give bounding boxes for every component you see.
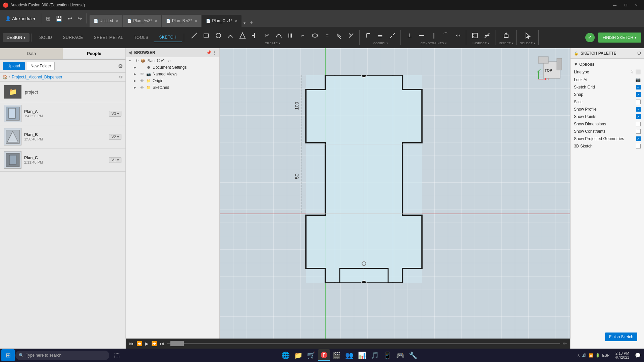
trim-tool[interactable] — [346, 30, 357, 41]
taskbar-store[interactable]: 🛒 — [305, 349, 317, 361]
plan-item-c[interactable]: Plan_C 2:11:40 PM V1 ▾ — [0, 148, 125, 172]
taskbar-edge[interactable]: 🌐 — [280, 349, 292, 361]
polygon-tool[interactable] — [237, 30, 248, 41]
snap-checkbox[interactable]: ✓ — [636, 92, 641, 97]
redo-button[interactable]: ↪ — [75, 14, 84, 23]
plan-item-b[interactable]: Plan_B 1:56:46 PM V2 ▾ — [0, 125, 125, 148]
grid-view-button[interactable]: ⊞ — [44, 14, 52, 23]
rectangle-tool[interactable] — [201, 30, 212, 41]
taskbar-battery-icon[interactable]: 🔋 — [595, 353, 600, 358]
taskbar-app7[interactable]: 🎵 — [369, 349, 381, 361]
origin-vis[interactable]: 👁 — [139, 79, 145, 83]
parallel-constraint[interactable]: ‖ — [428, 30, 439, 41]
browser-named-views[interactable]: ▶ 👁 📷 Named Views — [126, 71, 219, 77]
coincident-tool[interactable]: ⊥ — [404, 30, 415, 41]
circle-tool[interactable] — [213, 30, 224, 41]
arc-tool[interactable] — [225, 30, 236, 41]
line-tool[interactable] — [189, 30, 200, 41]
taskbar-expand-icon[interactable]: ∧ — [577, 353, 580, 358]
view-cube[interactable]: TOP X Z — [537, 55, 564, 82]
tangent-tool[interactable]: ⌒ — [440, 30, 451, 41]
browser-origin[interactable]: ▶ 👁 📁 Origin — [126, 77, 219, 84]
fillet-tool[interactable] — [363, 30, 374, 41]
measure-tool[interactable] — [470, 30, 480, 41]
taskbar-app9[interactable]: 🎮 — [394, 349, 407, 361]
parallel-tool[interactable] — [334, 30, 344, 41]
plan-version-a[interactable]: V3 ▾ — [109, 111, 121, 117]
tab-add-button[interactable]: + — [247, 18, 255, 27]
sketch-grid-checkbox[interactable]: ✓ — [636, 85, 641, 89]
playback-next[interactable]: ⏩ — [151, 341, 157, 346]
taskbar-media[interactable]: 🎬 — [331, 349, 343, 361]
start-button[interactable]: ⊞ — [1, 349, 15, 361]
taskbar-search[interactable]: 🔍 Type here to search — [15, 351, 109, 360]
sidebar-tab-people[interactable]: People — [63, 48, 125, 59]
show-points-checkbox[interactable]: ✓ — [636, 114, 641, 119]
offset-tool[interactable] — [375, 30, 386, 41]
breadcrumb-settings-icon[interactable]: ⚙ — [119, 75, 123, 79]
tab-close-planb[interactable]: ✕ — [195, 19, 197, 23]
named-views-arrow[interactable]: ▶ — [134, 72, 138, 76]
breadcrumb-home[interactable]: 🏠 — [3, 75, 8, 79]
section-tool[interactable] — [482, 30, 492, 41]
doc-expand-arrow[interactable]: ▶ — [134, 66, 138, 69]
minimize-button[interactable]: — — [610, 2, 620, 8]
taskbar-app10[interactable]: 🔧 — [407, 349, 419, 361]
design-button[interactable]: DESIGN ▾ — [3, 33, 30, 42]
break-tool[interactable] — [387, 30, 398, 41]
sidebar-settings-icon[interactable]: ⚙ — [118, 63, 123, 69]
taskbar-fusion[interactable]: F — [318, 349, 330, 361]
playback-prev[interactable]: ⏪ — [137, 341, 142, 346]
palette-section-options[interactable]: ▼ Options — [574, 61, 641, 68]
tab-close-planc[interactable]: ✕ — [235, 19, 237, 23]
3d-sketch-checkbox[interactable] — [636, 144, 641, 148]
tab-close-untitled[interactable]: ✕ — [116, 19, 118, 23]
curve-tool[interactable] — [273, 30, 284, 41]
show-dimensions-checkbox[interactable] — [636, 122, 641, 126]
sketches-vis[interactable]: 👁 — [139, 85, 145, 89]
taskbar-teams[interactable]: 👥 — [343, 349, 356, 361]
new-folder-button[interactable]: New Folder — [27, 62, 55, 70]
browser-doc-settings[interactable]: ▶ ⚙ Document Settings — [126, 64, 219, 71]
browser-menu-icon[interactable]: ⋮ — [213, 50, 217, 55]
extend-tool[interactable] — [249, 30, 260, 41]
equals-tool[interactable]: = — [322, 30, 332, 41]
taskbar-network-icon[interactable]: 📶 — [589, 353, 593, 358]
taskbar-volume-icon[interactable]: 🔊 — [582, 353, 587, 358]
close-button[interactable]: ✕ — [631, 2, 641, 8]
collinear-tool[interactable] — [416, 30, 427, 41]
notification-button[interactable]: 💬 — [633, 350, 643, 360]
tab-plan-av3[interactable]: 📄 Plan_Av3* ✕ — [123, 15, 161, 27]
select-tool[interactable] — [522, 30, 533, 41]
show-constraints-checkbox[interactable] — [636, 129, 641, 134]
slice-checkbox[interactable] — [636, 100, 641, 104]
symmetric-tool[interactable]: ⇔ — [452, 30, 463, 41]
breadcrumb-project[interactable]: Project1_Alcohol_Dispenser — [12, 75, 62, 79]
linetype-icon2[interactable]: ⬜ — [635, 69, 641, 74]
corner-tool[interactable]: ⌐ — [298, 30, 308, 41]
save-button[interactable]: 💾 — [54, 14, 64, 23]
root-pin-icon[interactable]: ⊙ — [168, 59, 171, 63]
undo-button[interactable]: ↩ — [66, 14, 74, 23]
mode-sheet-metal[interactable]: SHEET METAL — [89, 33, 129, 42]
timeline-thumb[interactable] — [170, 341, 184, 346]
playback-first[interactable]: ⏮ — [129, 341, 134, 346]
insert-tool[interactable] — [501, 30, 512, 41]
taskbar-clock[interactable]: 2:18 PM 4/7/2021 — [613, 351, 631, 359]
restore-button[interactable]: ❐ — [621, 2, 631, 8]
tab-dropdown-arrow[interactable]: ▾ — [242, 19, 247, 27]
show-projected-checkbox[interactable]: ✓ — [636, 136, 641, 141]
task-view-button[interactable]: ⬚ — [110, 349, 123, 361]
mode-solid[interactable]: SOLID — [34, 33, 58, 42]
browser-pin-icon[interactable]: 📌 — [206, 50, 211, 55]
mode-tools[interactable]: TOOLS — [128, 33, 154, 42]
browser-sketches[interactable]: ▶ 👁 📁 Sketches — [126, 84, 219, 91]
show-profile-checkbox[interactable]: ✓ — [636, 107, 641, 112]
linetype-icon1[interactable]: ⤵ — [631, 69, 633, 74]
root-expand-arrow[interactable]: ▼ — [128, 59, 132, 62]
sketches-arrow[interactable]: ▶ — [134, 86, 138, 89]
plan-version-b[interactable]: V2 ▾ — [109, 134, 121, 140]
tab-close-planav3[interactable]: ✕ — [155, 19, 157, 23]
root-visibility-icon[interactable]: 👁 — [134, 59, 139, 63]
tab-untitled[interactable]: 📄 Untitled ✕ — [90, 15, 123, 27]
